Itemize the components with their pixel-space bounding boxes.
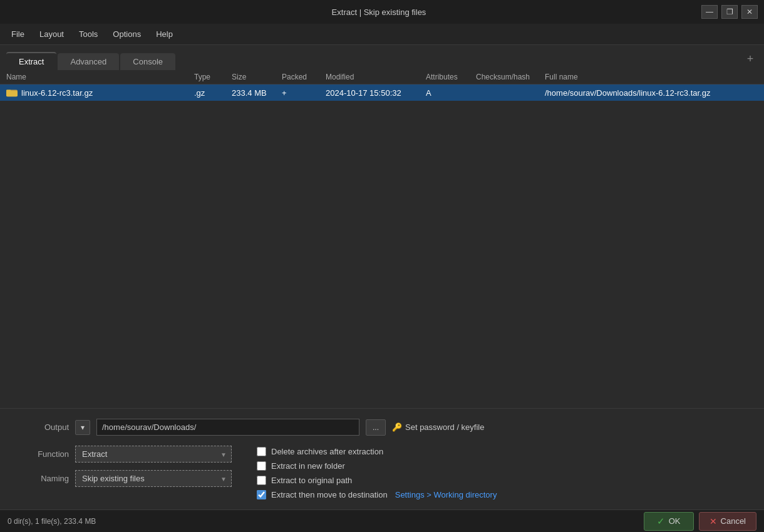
output-path-input[interactable] (96, 419, 359, 436)
statusbar-buttons: ✓ OK ✕ Cancel (644, 512, 756, 531)
statusbar: 0 dir(s), 1 file(s), 233.4 MB ✓ OK ✕ Can… (0, 509, 764, 532)
chevron-down-icon: ▾ (81, 423, 85, 432)
delete-archives-checkbox[interactable] (257, 447, 266, 456)
tab-advanced[interactable]: Advanced (58, 53, 119, 70)
header-packed: Packed (282, 73, 326, 81)
function-row: Function Extract Test List ▼ Naming Skip… (13, 446, 751, 499)
function-form-row: Function Extract Test List ▼ (13, 446, 250, 463)
file-list: linux-6.12-rc3.tar.gz .gz 233.4 MB + 202… (0, 84, 764, 408)
extract-original-path-label[interactable]: Extract to original path (271, 476, 352, 485)
menu-options[interactable]: Options (106, 27, 147, 41)
menu-layout[interactable]: Layout (33, 27, 70, 41)
function-select-wrapper: Extract Test List ▼ (75, 446, 232, 463)
extract-move-destination-label[interactable]: Extract then move to destination (271, 490, 388, 499)
cancel-label: Cancel (721, 516, 746, 526)
extract-new-folder-checkbox[interactable] (257, 461, 266, 471)
output-label: Output (13, 422, 69, 432)
status-text: 0 dir(s), 1 file(s), 233.4 MB (8, 517, 96, 526)
function-left: Function Extract Test List ▼ Naming Skip… (13, 446, 250, 487)
header-name: Name (6, 73, 26, 81)
extract-new-folder-label[interactable]: Extract in new folder (271, 461, 345, 471)
table-row[interactable]: linux-6.12-rc3.tar.gz .gz 233.4 MB + 202… (0, 84, 764, 101)
check-icon: ✓ (657, 516, 665, 527)
menu-help[interactable]: Help (150, 27, 179, 41)
file-name: linux-6.12-rc3.tar.gz (21, 88, 93, 98)
tabbar: Extract Advanced Console + (0, 45, 764, 70)
svg-rect-2 (6, 91, 18, 96)
menubar: File Layout Tools Options Help (0, 24, 764, 45)
x-icon: ✕ (710, 516, 717, 526)
header-checksum: Checksum/hash (476, 73, 545, 81)
header-size: Size (232, 73, 282, 81)
delete-archives-label[interactable]: Delete archives after extraction (271, 447, 383, 456)
checkbox-new-folder: Extract in new folder (257, 461, 751, 471)
checkbox-move-destination: Extract then move to destination Setting… (257, 490, 751, 499)
header-type: Type (194, 73, 232, 81)
password-label: Set password / keyfile (405, 422, 484, 432)
maximize-button[interactable]: ❐ (721, 5, 738, 19)
tab-console[interactable]: Console (120, 53, 175, 70)
bottom-panel: Output ▾ ... 🔑 Set password / keyfile Fu… (0, 408, 764, 509)
ok-button[interactable]: ✓ OK (644, 512, 694, 531)
checkbox-original-path: Extract to original path (257, 476, 751, 485)
output-dropdown-button[interactable]: ▾ (75, 420, 90, 435)
file-attributes: A (426, 88, 476, 98)
checkbox-delete-archives: Delete archives after extraction (257, 447, 751, 456)
file-size: 233.4 MB (232, 88, 282, 98)
menu-file[interactable]: File (5, 27, 31, 41)
settings-link[interactable]: Settings > Working directory (395, 490, 497, 499)
window-controls: — ❐ ✕ (701, 5, 758, 19)
window-title: Extract | Skip existing files (56, 8, 701, 17)
output-row: Output ▾ ... 🔑 Set password / keyfile (13, 419, 751, 436)
add-tab-button[interactable]: + (743, 51, 758, 66)
naming-select-wrapper: Skip existing files Overwrite all Auto r… (75, 470, 232, 487)
extract-original-path-checkbox[interactable] (257, 476, 266, 485)
extract-move-destination-checkbox[interactable] (257, 490, 266, 499)
naming-form-row: Naming Skip existing files Overwrite all… (13, 470, 250, 487)
naming-label: Naming (13, 474, 69, 483)
titlebar: Extract | Skip existing files — ❐ ✕ (0, 0, 764, 24)
key-icon: 🔑 (392, 422, 402, 432)
tab-extract[interactable]: Extract (6, 52, 56, 70)
minimize-button[interactable]: — (701, 5, 718, 19)
table-header: Name Type Size Packed Modified Attribute… (0, 70, 764, 84)
folder-icon (6, 87, 18, 98)
naming-select[interactable]: Skip existing files Overwrite all Auto r… (75, 470, 232, 487)
header-attributes: Attributes (426, 73, 476, 81)
function-label: Function (13, 449, 69, 459)
file-modified: 2024-10-17 15:50:32 (326, 88, 426, 98)
file-type: .gz (194, 88, 232, 98)
ok-label: OK (669, 516, 681, 526)
function-right: Delete archives after extraction Extract… (257, 446, 751, 499)
cancel-button[interactable]: ✕ Cancel (699, 512, 756, 531)
file-packed: + (282, 88, 326, 98)
password-button[interactable]: 🔑 Set password / keyfile (392, 422, 484, 432)
output-browse-button[interactable]: ... (366, 419, 386, 436)
menu-tools[interactable]: Tools (73, 27, 104, 41)
header-fullname: Full name (545, 73, 758, 81)
close-button[interactable]: ✕ (741, 5, 758, 19)
file-fullname: /home/sourav/Downloads/linux-6.12-rc3.ta… (545, 88, 758, 98)
header-modified: Modified (326, 73, 426, 81)
function-select[interactable]: Extract Test List (75, 446, 232, 463)
